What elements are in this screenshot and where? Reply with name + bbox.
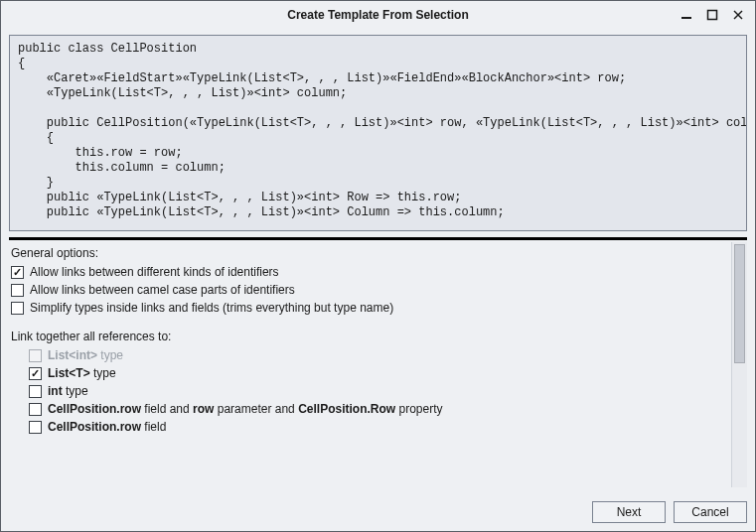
allow-kinds-checkbox[interactable]: Allow links between different kinds of i… xyxy=(11,264,729,280)
allow-kinds-label: Allow links between different kinds of i… xyxy=(30,265,279,279)
link-references-heading: Link together all references to: xyxy=(11,330,729,343)
minimize-button[interactable] xyxy=(674,5,699,25)
checkbox-icon xyxy=(29,421,42,434)
options-area: General options: Allow links between dif… xyxy=(9,240,747,487)
cancel-button[interactable]: Cancel xyxy=(674,501,747,523)
window-controls xyxy=(674,1,751,29)
title-bar: Create Template From Selection xyxy=(1,1,755,29)
general-options-heading: General options: xyxy=(11,246,729,260)
checkbox-icon xyxy=(29,349,42,362)
close-icon xyxy=(732,9,744,21)
link-listt-label: List<T> type xyxy=(48,366,116,380)
allow-camel-checkbox[interactable]: Allow links between camel case parts of … xyxy=(11,282,729,298)
options-scrollbar[interactable] xyxy=(731,242,747,487)
scrollbar-thumb[interactable] xyxy=(734,244,745,363)
link-options-group: List<int> type List<T> type int type Cel… xyxy=(29,347,729,435)
svg-rect-1 xyxy=(708,11,717,20)
simplify-types-label: Simplify types inside links and fields (… xyxy=(30,301,393,315)
link-listt-checkbox[interactable]: List<T> type xyxy=(29,365,729,381)
allow-camel-label: Allow links between camel case parts of … xyxy=(30,283,295,297)
next-button[interactable]: Next xyxy=(592,501,666,523)
checkbox-icon xyxy=(11,284,24,297)
content-area: public class CellPosition { «Caret»«Fiel… xyxy=(1,29,755,495)
simplify-types-checkbox[interactable]: Simplify types inside links and fields (… xyxy=(11,300,729,316)
link-listint-label: List<int> type xyxy=(48,348,123,362)
link-cellposition-row-full-checkbox[interactable]: CellPosition.row field and row parameter… xyxy=(29,401,729,417)
link-listint-checkbox: List<int> type xyxy=(29,347,729,363)
link-int-checkbox[interactable]: int type xyxy=(29,383,729,399)
checkbox-icon xyxy=(29,367,42,380)
link-cellposition-row-field-checkbox[interactable]: CellPosition.row field xyxy=(29,419,729,435)
dialog-window: Create Template From Selection public cl… xyxy=(0,0,756,532)
dialog-buttons: Next Cancel xyxy=(1,495,755,531)
template-code-preview: public class CellPosition { «Caret»«Fiel… xyxy=(9,35,747,231)
link-int-label: int type xyxy=(48,384,88,398)
link-cellposition-row-full-label: CellPosition.row field and row parameter… xyxy=(48,402,443,416)
checkbox-icon xyxy=(11,266,24,279)
link-cellposition-row-field-label: CellPosition.row field xyxy=(48,420,166,434)
options-panel: General options: Allow links between dif… xyxy=(9,240,731,487)
minimize-icon xyxy=(680,9,692,21)
checkbox-icon xyxy=(29,385,42,398)
window-title: Create Template From Selection xyxy=(287,8,469,22)
maximize-button[interactable] xyxy=(699,5,725,25)
checkbox-icon xyxy=(29,403,42,416)
checkbox-icon xyxy=(11,302,24,315)
maximize-icon xyxy=(706,9,718,21)
close-button[interactable] xyxy=(725,5,751,25)
